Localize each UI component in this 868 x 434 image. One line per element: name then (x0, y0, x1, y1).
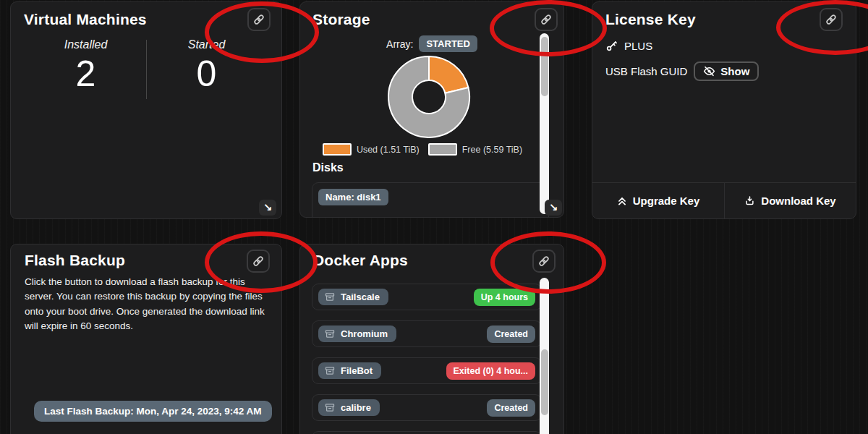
eye-slash-icon (703, 66, 715, 77)
download-key-label: Download Key (761, 195, 835, 207)
chain-link-icon (252, 13, 265, 26)
double-chevron-up-icon (617, 196, 627, 206)
app-name-badge: calibre (318, 399, 380, 416)
diagonal-arrow-icon: ↘ (549, 201, 558, 214)
vm-installed-label: Installed (25, 38, 146, 51)
app-name-badge: FileBot (318, 362, 381, 379)
docker-apps-link-button[interactable] (532, 250, 556, 273)
archive-box-icon (325, 366, 335, 375)
app-name-label: Chromium (341, 328, 388, 339)
vm-started-value: 0 (146, 56, 267, 92)
scrollbar[interactable] (540, 278, 549, 434)
last-flash-backup-badge: Last Flash Backup: Mon, Apr 24, 2023, 9:… (34, 401, 272, 422)
disk-name-badge: Name: disk1 (318, 189, 388, 205)
license-tier-label: PLUS (624, 40, 652, 52)
legend-label-free: Free (5.59 TiB) (462, 145, 522, 155)
docker-app-row-partial[interactable] (312, 431, 542, 434)
page-title: Virtual Machines (24, 11, 147, 27)
status-badge: Created (487, 326, 535, 343)
status-badge: Created (487, 399, 535, 417)
chain-link-icon (540, 13, 553, 26)
disks-heading: Disks (312, 161, 344, 174)
docker-apps-list: Tailscale Up 4 hours Chromium Created (312, 284, 542, 434)
docker-app-row-tailscale[interactable]: Tailscale Up 4 hours (312, 284, 542, 310)
scrollbar[interactable] (540, 33, 549, 214)
storage-donut-chart (384, 52, 474, 142)
vm-installed-value: 2 (25, 56, 146, 92)
flash-backup-description: Click the button to download a flash bac… (11, 275, 281, 333)
download-tray-icon (744, 195, 755, 206)
archive-box-icon (325, 403, 335, 412)
array-label: Array: (386, 38, 413, 50)
docker-app-row-calibre[interactable]: calibre Created (312, 394, 542, 421)
license-key-card: License Key PLUS USB Flash GUID (592, 1, 856, 219)
download-key-button[interactable]: Download Key (724, 183, 856, 218)
page-title: Storage (312, 11, 370, 27)
show-button-label: Show (720, 65, 749, 77)
app-name-label: calibre (341, 402, 371, 413)
diagonal-arrow-icon: ↘ (263, 201, 273, 214)
docker-apps-card: Docker Apps Tailscale (299, 244, 564, 434)
guid-label: USB Flash GUID (605, 65, 687, 77)
scrollbar-thumb[interactable] (541, 349, 548, 415)
legend-label-used: Used (1.51 TiB) (357, 145, 420, 155)
page-title: License Key (605, 11, 696, 27)
scrollbar-thumb[interactable] (541, 37, 548, 96)
chain-link-icon (537, 255, 550, 268)
virtual-machines-link-button[interactable] (247, 8, 271, 31)
key-icon (605, 40, 618, 52)
flash-backup-card: Flash Backup Click the button to downloa… (10, 244, 282, 434)
storage-card: Storage Array: STARTED Used (1.51 TiB) F… (299, 1, 564, 218)
docker-app-row-chromium[interactable]: Chromium Created (312, 320, 542, 347)
chain-link-icon (252, 255, 265, 268)
show-guid-button[interactable]: Show (694, 61, 759, 81)
vm-stats: Installed 2 Started 0 (11, 38, 281, 92)
chart-legend: Used (1.51 TiB) Free (5.59 TiB) (300, 143, 545, 156)
flash-backup-link-button[interactable] (247, 250, 270, 273)
disk-list-item[interactable]: Name: disk1 (312, 182, 549, 218)
archive-box-icon (325, 329, 335, 339)
status-badge: Exited (0) 4 hou... (446, 362, 536, 380)
license-footer: Upgrade Key Download Key (592, 182, 856, 218)
archive-box-icon (325, 292, 335, 302)
docker-app-row-filebot[interactable]: FileBot Exited (0) 4 hou... (312, 357, 542, 384)
app-name-badge: Chromium (318, 326, 396, 342)
divider (146, 40, 147, 99)
resize-handle[interactable]: ↘ (259, 200, 276, 216)
chain-link-icon (825, 13, 838, 26)
app-name-label: Tailscale (341, 292, 380, 302)
page-title: Docker Apps (313, 252, 408, 268)
upgrade-key-button[interactable]: Upgrade Key (592, 183, 724, 218)
license-key-link-button[interactable] (820, 8, 843, 31)
storage-link-button[interactable] (535, 8, 558, 31)
vm-started-label: Started (146, 38, 267, 51)
array-status-badge: STARTED (419, 35, 477, 52)
legend-swatch-free (428, 143, 457, 156)
legend-swatch-used (323, 143, 352, 156)
resize-handle[interactable]: ↘ (545, 200, 562, 216)
virtual-machines-card: Virtual Machines Installed 2 Started 0 ↘ (10, 1, 282, 219)
status-badge: Up 4 hours (474, 289, 535, 306)
app-name-label: FileBot (341, 365, 373, 376)
upgrade-key-label: Upgrade Key (633, 195, 700, 207)
page-title: Flash Backup (25, 252, 125, 268)
app-name-badge: Tailscale (318, 289, 388, 305)
